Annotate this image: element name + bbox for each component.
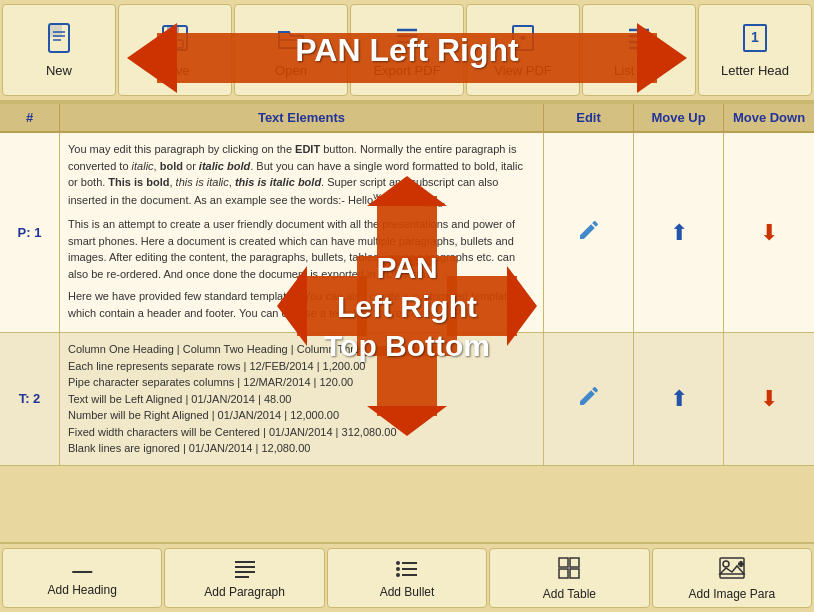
view-pdf-icon xyxy=(507,22,539,59)
edit-icon[interactable] xyxy=(577,384,601,413)
add-table-label: Add Table xyxy=(543,587,596,601)
edit-icon[interactable] xyxy=(577,218,601,247)
col-header-edit: Edit xyxy=(544,104,634,131)
svg-rect-32 xyxy=(570,558,579,567)
col-header-move-down: Move Down xyxy=(724,104,814,131)
open-icon xyxy=(275,22,307,59)
add-heading-label: Add Heading xyxy=(48,583,117,597)
table-body: P: 1 You may edit this paragraph by clic… xyxy=(0,133,814,504)
move-down-icon[interactable]: ⬇ xyxy=(760,220,778,246)
row-1-move-up[interactable]: ⬆ xyxy=(634,133,724,332)
svg-point-25 xyxy=(396,561,400,565)
list-pdf-icon xyxy=(623,22,655,59)
move-up-icon[interactable]: ⬆ xyxy=(670,386,688,412)
add-table-icon xyxy=(557,556,581,584)
table-header: # Text Elements Edit Move Up Move Down xyxy=(0,104,814,133)
col-header-text-elements: Text Elements xyxy=(60,104,544,131)
row-1-move-down[interactable]: ⬇ xyxy=(724,133,814,332)
add-image-para-label: Add Image Para xyxy=(688,587,775,601)
row-1-edit[interactable] xyxy=(544,133,634,332)
add-paragraph-button[interactable]: Add Paragraph xyxy=(164,548,324,608)
svg-rect-7 xyxy=(167,40,183,48)
add-image-para-icon xyxy=(718,556,746,584)
new-label: New xyxy=(46,63,72,78)
view-pdf-label: View PDF xyxy=(494,63,552,78)
row-2-move-up[interactable]: ⬆ xyxy=(634,333,724,465)
row-2-edit[interactable] xyxy=(544,333,634,465)
list-pdf-button[interactable]: List PDF xyxy=(582,4,696,96)
add-bullet-icon xyxy=(395,558,419,582)
export-pdf-button[interactable]: Export PDF xyxy=(350,4,464,96)
svg-rect-33 xyxy=(559,569,568,578)
row-2-content: Column One Heading | Column Two Heading … xyxy=(60,333,544,465)
open-label: Open xyxy=(275,63,307,78)
svg-rect-4 xyxy=(48,23,62,37)
add-paragraph-icon xyxy=(233,558,257,582)
svg-point-29 xyxy=(396,573,400,577)
svg-point-27 xyxy=(396,567,400,571)
save-icon xyxy=(159,22,191,59)
col-header-number: # xyxy=(0,104,60,131)
letter-head-icon: 1 xyxy=(739,22,771,59)
bottom-toolbar: — Add Heading Add Paragraph Add Bullet xyxy=(0,542,814,612)
save-label: Save xyxy=(160,63,190,78)
row-1-id: P: 1 xyxy=(0,133,60,332)
letter-head-button[interactable]: 1 Letter Head xyxy=(698,4,812,96)
add-image-para-button[interactable]: Add Image Para xyxy=(652,548,812,608)
svg-rect-6 xyxy=(167,26,179,36)
save-button[interactable]: Save xyxy=(118,4,232,96)
export-pdf-label: Export PDF xyxy=(373,63,440,78)
svg-point-36 xyxy=(723,561,729,567)
list-pdf-label: List PDF xyxy=(614,63,664,78)
add-heading-icon: — xyxy=(72,560,92,580)
table-row: T: 2 Column One Heading | Column Two Hea… xyxy=(0,333,814,466)
open-button[interactable]: Open xyxy=(234,4,348,96)
top-toolbar: New Save Open Exp xyxy=(0,0,814,100)
add-heading-button[interactable]: — Add Heading xyxy=(2,548,162,608)
svg-rect-34 xyxy=(570,569,579,578)
table-row: P: 1 You may edit this paragraph by clic… xyxy=(0,133,814,333)
move-up-icon[interactable]: ⬆ xyxy=(670,220,688,246)
move-down-icon[interactable]: ⬇ xyxy=(760,386,778,412)
add-bullet-button[interactable]: Add Bullet xyxy=(327,548,487,608)
row-1-content: You may edit this paragraph by clicking … xyxy=(60,133,544,332)
svg-rect-31 xyxy=(559,558,568,567)
col-header-move-up: Move Up xyxy=(634,104,724,131)
add-bullet-label: Add Bullet xyxy=(380,585,435,599)
export-pdf-icon xyxy=(391,22,423,59)
view-pdf-button[interactable]: View PDF xyxy=(466,4,580,96)
svg-point-14 xyxy=(521,36,525,40)
new-button[interactable]: New xyxy=(2,4,116,96)
add-paragraph-label: Add Paragraph xyxy=(204,585,285,599)
letter-head-label: Letter Head xyxy=(721,63,789,78)
row-2-move-down[interactable]: ⬇ xyxy=(724,333,814,465)
add-table-button[interactable]: Add Table xyxy=(489,548,649,608)
svg-text:1: 1 xyxy=(751,29,759,45)
row-2-id: T: 2 xyxy=(0,333,60,465)
new-icon xyxy=(43,22,75,59)
main-content-area: # Text Elements Edit Move Up Move Down P… xyxy=(0,104,814,504)
